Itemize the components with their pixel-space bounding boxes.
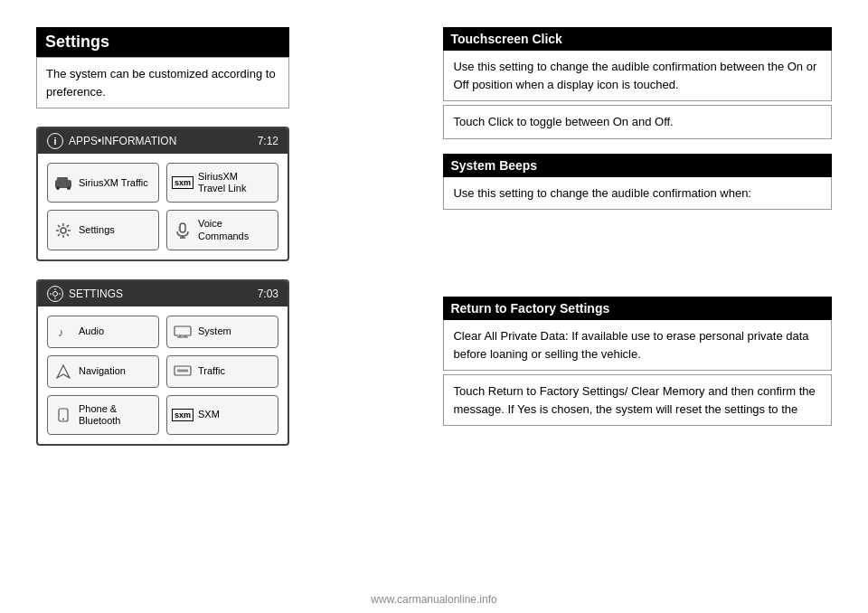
traffic-label: Traffic <box>198 365 225 377</box>
traffic-icon <box>173 363 193 380</box>
touchscreen-click-para1: Use this setting to change the audible c… <box>443 51 832 101</box>
screen1-header-label: APPS•INFORMATION <box>69 135 176 147</box>
screen1-time: 7:12 <box>258 135 278 147</box>
svg-point-32 <box>62 418 64 420</box>
screen1-header-left: i APPS•INFORMATION <box>47 133 176 149</box>
factory-settings-para2: Touch Return to Factory Settings/ Clear … <box>443 374 832 426</box>
factory-settings-section: Return to Factory Settings Clear All Pri… <box>443 297 832 426</box>
mid-spacer <box>443 224 832 297</box>
system-icon <box>173 324 193 340</box>
audio-icon: ♪ <box>53 324 73 340</box>
svg-line-11 <box>67 225 69 227</box>
navigation-label: Navigation <box>79 365 126 377</box>
apps-information-screen: i APPS•INFORMATION 7:12 SiriusXM <box>36 127 289 261</box>
system-button[interactable]: System <box>166 316 278 348</box>
screen2-header: SETTINGS 7:03 <box>38 281 288 306</box>
screen2-header-left: SETTINGS <box>47 286 123 302</box>
phone-bluetooth-label: Phone &Bluetooth <box>79 403 120 427</box>
svg-rect-13 <box>180 223 185 232</box>
gear-icon <box>53 222 73 239</box>
touchscreen-click-section: Touchscreen Click Use this setting to ch… <box>443 27 832 139</box>
audio-label: Audio <box>79 325 104 337</box>
svg-rect-23 <box>175 326 191 335</box>
phone-bluetooth-button[interactable]: Phone &Bluetooth <box>47 395 159 435</box>
screen1-body: SiriusXM Traffic sxm SiriusXMTravel Link <box>38 154 288 259</box>
touchscreen-click-title: Touchscreen Click <box>443 27 832 51</box>
screen2-time: 7:03 <box>258 288 278 300</box>
sxm-button[interactable]: sxm SXM <box>166 395 278 435</box>
screen1-header: i APPS•INFORMATION 7:12 <box>38 128 288 154</box>
traffic-button[interactable]: Traffic <box>166 355 278 388</box>
svg-point-4 <box>61 228 66 233</box>
svg-point-17 <box>53 291 58 296</box>
settings-button[interactable]: Settings <box>47 210 159 250</box>
touchscreen-click-para2: Touch Click to toggle between On and Off… <box>443 105 832 139</box>
sirius-link-button[interactable]: sxm SiriusXMTravel Link <box>166 163 278 203</box>
screen2-gear-icon <box>47 286 63 302</box>
voice-icon: 2 <box>173 222 193 239</box>
watermark: www.carmanualonline.info <box>371 593 496 606</box>
svg-rect-1 <box>57 177 68 182</box>
info-icon: i <box>47 133 63 149</box>
factory-settings-para1: Clear All Private Data: If available use… <box>443 320 832 371</box>
sxm2-icon: sxm <box>173 407 193 423</box>
audio-button[interactable]: ♪ Audio <box>47 316 159 348</box>
svg-line-10 <box>67 233 69 235</box>
voice-commands-button[interactable]: 2 VoiceCommands <box>166 210 278 250</box>
svg-line-9 <box>58 225 60 227</box>
factory-settings-title: Return to Factory Settings <box>443 297 832 320</box>
settings-description: The system can be customized according t… <box>36 57 289 108</box>
sxm-label: SXM <box>198 409 220 420</box>
system-beeps-section: System Beeps Use this setting to change … <box>443 154 832 211</box>
sirius-traffic-label: SiriusXM Traffic <box>79 177 148 189</box>
system-beeps-para1: Use this setting to change the audible c… <box>443 177 832 211</box>
svg-text:2: 2 <box>178 226 181 231</box>
svg-marker-27 <box>57 365 70 378</box>
left-column: Settings The system can be customized ac… <box>36 27 434 586</box>
system-beeps-title: System Beeps <box>443 154 832 177</box>
car-icon <box>53 174 73 191</box>
settings-title: Settings <box>36 27 289 57</box>
screen2-header-label: SETTINGS <box>69 288 123 300</box>
svg-point-3 <box>67 186 71 190</box>
svg-point-2 <box>56 186 60 190</box>
sxm-icon: sxm <box>173 174 193 191</box>
screen2-body: ♪ Audio System <box>38 306 288 444</box>
settings-screen: SETTINGS 7:03 ♪ Audio <box>36 279 289 446</box>
voice-commands-label: VoiceCommands <box>198 218 249 241</box>
system-label: System <box>198 325 231 337</box>
sirius-link-label: SiriusXMTravel Link <box>198 171 246 194</box>
right-column: Touchscreen Click Use this setting to ch… <box>434 27 832 586</box>
phone-icon <box>53 407 73 423</box>
svg-text:♪: ♪ <box>58 325 64 339</box>
svg-line-12 <box>58 233 60 235</box>
navigation-button[interactable]: Navigation <box>47 355 159 388</box>
settings-label: Settings <box>79 224 115 236</box>
nav-icon <box>53 363 73 380</box>
sirius-traffic-button[interactable]: SiriusXM Traffic <box>47 163 159 203</box>
